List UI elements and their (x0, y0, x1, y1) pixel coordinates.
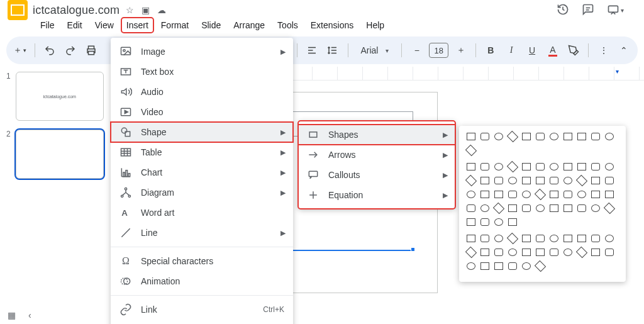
collapse-toolbar-button[interactable]: ⌃ (616, 42, 633, 59)
insert-item-audio[interactable]: Audio (111, 82, 293, 102)
menu-arrange[interactable]: Arrange (228, 18, 270, 33)
shape-option[interactable] (493, 131, 504, 142)
shape-option[interactable] (576, 203, 587, 214)
redo-button[interactable] (62, 42, 79, 59)
menu-view[interactable]: View (90, 18, 119, 33)
shape-option[interactable] (576, 161, 587, 172)
shape-option[interactable] (604, 247, 615, 258)
shape-option[interactable] (535, 175, 546, 186)
shape-option[interactable] (548, 131, 560, 142)
shape-option[interactable] (479, 260, 491, 272)
shape-option[interactable] (465, 161, 477, 172)
shape-option[interactable] (604, 233, 615, 244)
shape-option[interactable] (479, 216, 491, 228)
insert-item-chart[interactable]: Chart▶ (111, 162, 293, 182)
shape-item-shapes[interactable]: Shapes▶ (298, 125, 455, 145)
thumbnail[interactable]: 1 ictcatalogue.com (6, 72, 104, 121)
shape-option[interactable] (562, 131, 574, 142)
shape-option[interactable] (548, 161, 560, 172)
shape-option[interactable] (493, 175, 504, 186)
present-icon[interactable]: ▾ (607, 4, 624, 16)
menu-tools[interactable]: Tools (272, 18, 303, 33)
align-button[interactable] (304, 42, 321, 59)
shape-option[interactable] (535, 189, 546, 200)
menu-insert[interactable]: Insert (121, 18, 153, 33)
line-spacing-button[interactable] (325, 42, 341, 59)
increase-font-button[interactable]: ＋ (452, 42, 469, 59)
shape-option[interactable] (493, 216, 504, 228)
shape-option[interactable] (590, 189, 601, 200)
shape-option[interactable] (521, 233, 532, 244)
shape-item-callouts[interactable]: Callouts▶ (298, 165, 455, 185)
shape-option[interactable] (576, 233, 587, 244)
shape-option[interactable] (604, 203, 615, 214)
highlight-button[interactable] (565, 42, 582, 59)
history-icon[interactable] (557, 3, 569, 18)
insert-item-table[interactable]: Table▶ (111, 142, 293, 162)
shape-option[interactable] (479, 131, 491, 142)
new-slide-button[interactable]: ＋▾ (11, 42, 28, 59)
shape-option[interactable] (604, 161, 615, 172)
shape-option[interactable] (590, 233, 601, 244)
insert-item-text-box[interactable]: Text box (111, 62, 293, 82)
insert-item-comment[interactable]: CommentCtrl+Alt+M (111, 320, 293, 324)
shape-option[interactable] (535, 161, 546, 172)
shape-option[interactable] (465, 145, 477, 156)
shape-option[interactable] (548, 175, 560, 186)
undo-button[interactable] (42, 42, 58, 59)
insert-item-image[interactable]: Image▶ (111, 42, 293, 62)
more-tools-button[interactable]: ⋮ (595, 42, 612, 59)
print-button[interactable] (83, 42, 100, 59)
selection-handle-icon[interactable] (411, 247, 415, 252)
shape-option[interactable] (590, 203, 601, 214)
shape-option[interactable] (562, 161, 574, 172)
insert-item-animation[interactable]: Animation (111, 271, 293, 291)
insert-item-shape[interactable]: Shape▶ (111, 122, 293, 142)
italic-button[interactable]: I (503, 42, 520, 59)
shape-option[interactable] (562, 189, 574, 200)
shape-option[interactable] (548, 233, 560, 244)
insert-item-link[interactable]: LinkCtrl+K (111, 299, 293, 320)
shape-option[interactable] (493, 260, 504, 272)
insert-item-video[interactable]: Video (111, 102, 293, 122)
shape-item-arrows[interactable]: Arrows▶ (298, 145, 455, 165)
insert-item-special-characters[interactable]: ΩSpecial characters (111, 251, 293, 271)
shape-option[interactable] (576, 247, 587, 258)
font-family-select[interactable]: Arial▾ (354, 45, 395, 55)
shape-option[interactable] (507, 216, 518, 228)
document-title[interactable]: ictcatalogue.com (33, 4, 119, 17)
shape-option[interactable] (535, 203, 546, 214)
insert-item-line[interactable]: Line▶ (111, 223, 293, 243)
shape-option[interactable] (535, 260, 546, 272)
shape-option[interactable] (479, 175, 491, 186)
shape-option[interactable] (479, 203, 491, 214)
shape-option[interactable] (590, 161, 601, 172)
shape-option[interactable] (521, 131, 532, 142)
shape-option[interactable] (465, 131, 477, 142)
menu-extensions[interactable]: Extensions (306, 18, 358, 33)
shape-option[interactable] (465, 233, 477, 244)
underline-button[interactable]: U (524, 42, 541, 59)
shape-option[interactable] (521, 203, 532, 214)
insert-item-diagram[interactable]: Diagram▶ (111, 182, 293, 203)
shape-option[interactable] (590, 131, 601, 142)
thumbnail[interactable]: 2 (6, 130, 104, 179)
menu-help[interactable]: Help (361, 18, 389, 33)
shape-option[interactable] (562, 233, 574, 244)
shape-option[interactable] (465, 247, 477, 258)
shape-option[interactable] (604, 189, 615, 200)
shape-option[interactable] (479, 247, 491, 258)
shape-option[interactable] (576, 189, 587, 200)
decrease-font-button[interactable]: − (408, 42, 425, 59)
shape-option[interactable] (493, 247, 504, 258)
shape-option[interactable] (576, 175, 587, 186)
shape-option[interactable] (604, 175, 615, 186)
move-to-folder-icon[interactable]: ▣ (142, 5, 150, 15)
grid-view-icon[interactable]: ▦ (8, 310, 16, 320)
shape-option[interactable] (507, 260, 518, 272)
comments-icon[interactable] (582, 3, 594, 18)
shape-option[interactable] (562, 203, 574, 214)
bold-button[interactable]: B (482, 42, 499, 59)
shape-option[interactable] (590, 175, 601, 186)
shape-option[interactable] (507, 189, 518, 200)
